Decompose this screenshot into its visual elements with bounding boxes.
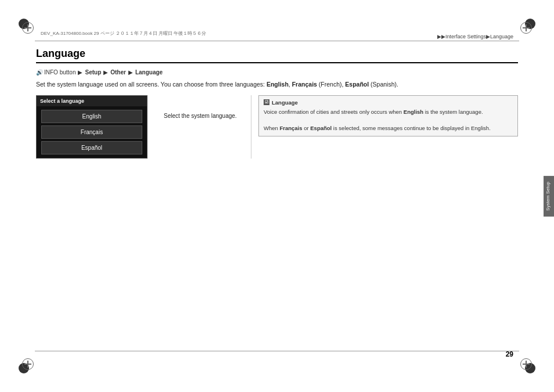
note2-after: is selected, some messages continue to b… bbox=[332, 125, 491, 131]
note-text-1: Voice confirmation of cities and streets… bbox=[264, 108, 513, 116]
breadcrumb-part3: Other bbox=[110, 69, 126, 75]
screen-mockup: Select a language English Français Españ… bbox=[36, 95, 148, 159]
desc-lang1: English bbox=[267, 81, 289, 88]
breadcrumb-icon: 🔊 bbox=[36, 69, 43, 75]
note-text-2: When Français or Español is selected, so… bbox=[264, 124, 513, 132]
note-title: ☑ Language bbox=[264, 99, 513, 106]
note-title-text: Language bbox=[272, 99, 298, 106]
breadcrumb-arrow1: ▶ bbox=[78, 69, 82, 75]
note-icon: ☑ bbox=[264, 99, 269, 105]
screen-title: Select a language bbox=[37, 96, 147, 106]
note1-after: is the system language. bbox=[423, 109, 483, 115]
print-info: DEV_KA-31704800.book 29 ページ ２０１１年７月４日 月曜… bbox=[41, 30, 206, 37]
main-content: Language 🔊 INFO button ▶ Setup ▶ Other ▶… bbox=[36, 48, 518, 348]
reg-mark-bl bbox=[22, 358, 34, 370]
note1-before: Voice confirmation of cities and streets… bbox=[264, 109, 404, 115]
page-number: 29 bbox=[506, 350, 513, 358]
two-col-layout: Select a language English Français Españ… bbox=[36, 95, 518, 159]
header-breadcrumb: ▶▶Interface Settings▶Language bbox=[437, 34, 513, 39]
desc-paren3: (Spanish). bbox=[369, 81, 398, 88]
side-tab: System Setup bbox=[544, 176, 554, 217]
desc-lang3: Español bbox=[345, 81, 369, 88]
note2-bold2: Español bbox=[310, 125, 332, 131]
screen-options: English Français Español bbox=[37, 106, 147, 158]
note1-bold: English bbox=[404, 109, 423, 115]
footer-rule bbox=[35, 351, 519, 351]
reg-mark-tl bbox=[22, 22, 34, 34]
breadcrumb-part4: Language bbox=[135, 69, 163, 75]
middle-col: Select the system language. bbox=[164, 95, 239, 159]
breadcrumb-arrow3: ▶ bbox=[128, 69, 133, 75]
desc-text-before: Set the system language used on all scre… bbox=[36, 81, 267, 88]
note-box: ☑ Language Voice confirmation of cities … bbox=[258, 95, 518, 137]
option-espanol[interactable]: Español bbox=[41, 141, 142, 154]
note2-bold1: Français bbox=[279, 125, 302, 131]
breadcrumb-part2: Setup bbox=[85, 69, 101, 75]
description: Set the system language used on all scre… bbox=[36, 80, 518, 89]
desc-lang2: Français bbox=[292, 81, 317, 88]
breadcrumb-arrow2: ▶ bbox=[103, 69, 108, 75]
left-col: Select a language English Français Españ… bbox=[36, 95, 152, 159]
note2-before: When bbox=[264, 125, 279, 131]
option-francais[interactable]: Français bbox=[41, 125, 142, 139]
screen-label: Select the system language. bbox=[164, 113, 237, 119]
right-col: ☑ Language Voice confirmation of cities … bbox=[251, 95, 518, 159]
page-title: Language bbox=[36, 48, 518, 63]
reg-mark-br bbox=[520, 358, 532, 370]
option-english[interactable]: English bbox=[41, 110, 142, 123]
reg-mark-tr bbox=[520, 22, 532, 34]
breadcrumb-part1: INFO button bbox=[44, 69, 75, 75]
header-rule bbox=[35, 41, 519, 41]
note2-mid: or bbox=[303, 125, 311, 131]
breadcrumb: 🔊 INFO button ▶ Setup ▶ Other ▶ Language bbox=[36, 69, 518, 75]
desc-paren2: (French), bbox=[317, 81, 345, 88]
